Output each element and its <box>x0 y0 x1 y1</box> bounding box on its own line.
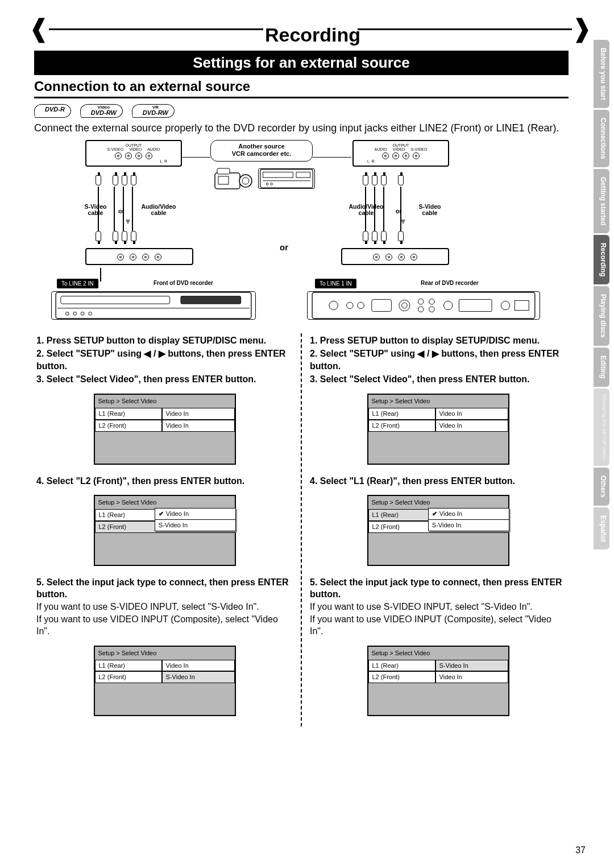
plugs-left-bottom <box>96 231 136 241</box>
intro-text: Connect the external source properly to … <box>34 121 569 135</box>
menu-figure-left-1: Setup > Select Video L1 (Rear)Video In L… <box>94 394 236 465</box>
arrow-down-icon: ▼ <box>124 217 132 226</box>
subsection-title: Connection to an external source <box>34 78 569 98</box>
disc-type-badges: DVD-R Video DVD-RW VR DVD-RW <box>34 104 591 118</box>
instruction-columns: 1. Press SETUP button to display SETUP/D… <box>34 333 569 727</box>
to-line2-pill: To LINE 2 IN <box>57 279 98 288</box>
svideo-cable-label-right: S-Video cable <box>414 204 446 217</box>
checkmark-icon: ✔ <box>432 510 437 518</box>
svg-point-1 <box>239 175 252 187</box>
svg-rect-19 <box>312 292 535 319</box>
left-step-5: 5. Select the input jack type to connect… <box>36 576 293 601</box>
av-cable-label-right: Audio/Video cable <box>344 204 388 217</box>
menu-figure-right-2: Setup > Select Video L1 (Rear) ✔Video In… <box>367 495 509 566</box>
tab-editing[interactable]: Editing <box>594 348 609 387</box>
source-device-right: OUTPUT AUDIOVIDEOS-VIDEO L R <box>352 140 449 167</box>
plugs-right-top <box>363 175 404 185</box>
camcorder-icon <box>214 165 254 191</box>
right-step-2: 2. Select "SETUP" using ◀ / ▶ buttons, t… <box>310 348 566 372</box>
tab-playing-discs[interactable]: Playing discs <box>594 286 609 346</box>
plugs-left-top <box>96 175 136 185</box>
svg-rect-3 <box>217 168 230 174</box>
right-step-1: 1. Press SETUP button to display SETUP/D… <box>310 334 566 347</box>
badge-dvd-rw-video: Video DVD-RW <box>80 104 123 118</box>
left-step-1: 1. Press SETUP button to display SETUP/D… <box>36 334 293 347</box>
svg-rect-13 <box>181 296 241 303</box>
left-step-5-body1: If you want to use S-VIDEO INPUT, select… <box>36 601 293 613</box>
av-cable-label-left: Audio/Video cable <box>136 204 181 217</box>
left-step-5-body2: If you want to use VIDEO INPUT (Composit… <box>36 613 293 638</box>
left-step-3: 3. Select "Select Video", then press ENT… <box>36 373 293 386</box>
page-number: 37 <box>575 845 586 855</box>
border-line-right <box>358 28 572 30</box>
badge-dvd-rw-vr: VR DVD-RW <box>132 104 175 118</box>
svg-rect-4 <box>218 176 229 184</box>
recorder-rear-icon <box>307 291 540 320</box>
rear-recorder-label: Rear of DVD recorder <box>421 280 479 286</box>
right-step-4: 4. Select "L1 (Rear)", then press ENTER … <box>310 475 566 487</box>
svideo-cable-label-left: S-Video cable <box>80 204 111 217</box>
left-step-4: 4. Select "L2 (Front)", then press ENTER… <box>36 475 293 487</box>
or-center: or <box>280 242 288 252</box>
right-step-5-body2: If you want to use VIDEO INPUT (Composit… <box>310 613 566 638</box>
front-recorder-label: Front of DVD recorder <box>154 280 213 286</box>
menu-figure-right-3: Setup > Select Video L1 (Rear)S-Video In… <box>367 646 509 717</box>
to-line1-pill: To LINE 1 IN <box>315 279 356 288</box>
tab-getting-started[interactable]: Getting started <box>594 169 609 233</box>
right-step-5: 5. Select the input jack type to connect… <box>310 576 566 601</box>
column-left: 1. Press SETUP button to display SETUP/D… <box>34 333 295 727</box>
source-device-left: OUTPUT S-VIDEOVIDEOAUDIO L R <box>85 140 182 167</box>
vcr-icon <box>258 168 315 189</box>
right-step-3: 3. Select "Select Video", then press ENT… <box>310 373 566 386</box>
connection-diagram: OUTPUT S-VIDEOVIDEOAUDIO L R OUTPUT AUDI… <box>34 140 569 328</box>
plugs-right-bottom <box>363 231 404 241</box>
border-line-left <box>49 28 263 30</box>
line1-jack-panel <box>341 248 449 265</box>
checkmark-icon: ✔ <box>159 510 164 518</box>
arrow-left-icon: ❰ <box>28 16 49 41</box>
arrow-right-icon: ❱ <box>571 16 592 41</box>
another-source-label: Another source VCR camcorder etc. <box>210 140 313 162</box>
tab-changing-setup[interactable]: Changing the SETUP menu <box>594 388 609 466</box>
sidebar-tabs: Before you start Connections Getting sta… <box>594 40 609 549</box>
menu-figure-left-2: Setup > Select Video L1 (Rear) ✔Video In… <box>94 495 236 566</box>
tab-before-you-start[interactable]: Before you start <box>594 40 609 108</box>
badge-dvd-r: DVD-R <box>34 104 71 118</box>
tab-connections[interactable]: Connections <box>594 110 609 167</box>
line2-jack-panel <box>85 248 193 265</box>
tab-others[interactable]: Others <box>594 468 609 506</box>
menu-figure-right-1: Setup > Select Video L1 (Rear)Video In L… <box>367 394 509 465</box>
tab-espanol[interactable]: Español <box>594 507 609 550</box>
tab-recording[interactable]: Recording <box>594 235 609 284</box>
recorder-front-icon <box>51 291 256 320</box>
menu-figure-left-3: Setup > Select Video L1 (Rear)Video In L… <box>94 646 236 717</box>
left-step-2: 2. Select "SETUP" using ◀ / ▶ buttons, t… <box>36 348 293 372</box>
column-right: 1. Press SETUP button to display SETUP/D… <box>308 333 569 727</box>
column-divider <box>301 333 302 727</box>
page-header-border: ❰ ❱ <box>28 20 592 36</box>
section-bar: Settings for an external source <box>34 51 569 75</box>
right-step-5-body1: If you want to use S-VIDEO INPUT, select… <box>310 601 566 613</box>
